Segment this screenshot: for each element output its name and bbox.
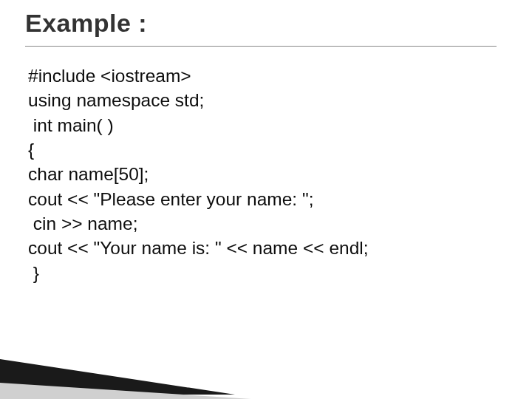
code-line: {: [28, 140, 34, 160]
code-line: char name[50];: [28, 164, 149, 184]
slide: Example : #include <iostream> using name…: [0, 0, 532, 399]
code-line: cout << "Your name is: " << name << endl…: [28, 238, 369, 258]
title-underline: [25, 46, 497, 47]
code-block: #include <iostream> using namespace std;…: [28, 64, 369, 285]
code-line: int main( ): [28, 115, 114, 135]
code-line: cout << "Please enter your name: ";: [28, 189, 313, 209]
code-line: #include <iostream>: [28, 66, 191, 86]
code-line: using namespace std;: [28, 90, 204, 110]
code-line: }: [28, 263, 39, 283]
slide-title: Example :: [25, 9, 147, 38]
code-line: cin >> name;: [28, 214, 137, 233]
